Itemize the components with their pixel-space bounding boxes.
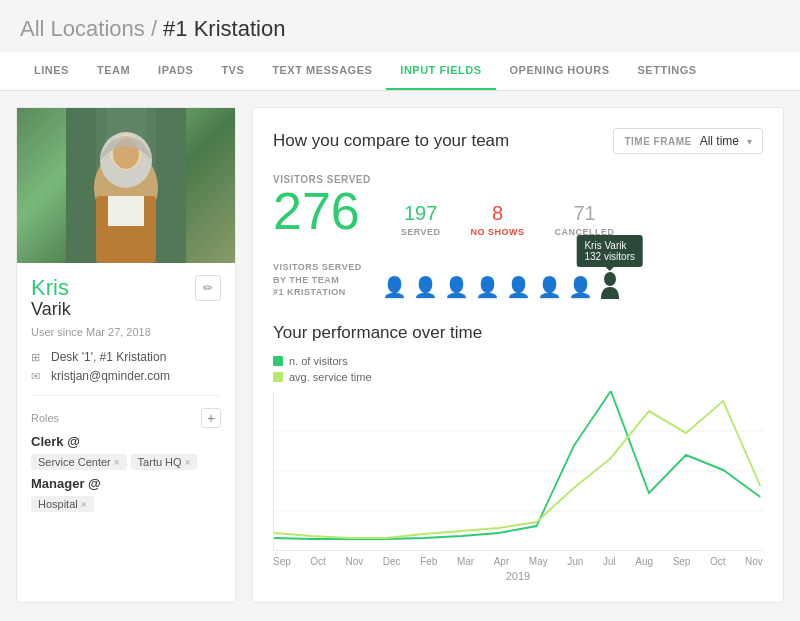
stat-cancelled: 71 CANCELLED: [555, 202, 615, 237]
timeframe-value: All time: [700, 134, 739, 148]
team-chart: 👤 👤 👤 👤 👤 👤 👤 Kris Varik 132 visitors: [382, 271, 621, 299]
role2-name: Manager @: [31, 476, 221, 491]
x-label-4: Feb: [420, 556, 437, 567]
profile-photo: [17, 108, 235, 263]
legend-visitors-label: n. of visitors: [289, 355, 348, 367]
page-header: All Locations / #1 Kristation: [0, 0, 800, 52]
tab-text-messages[interactable]: TEXT MESSAGES: [258, 52, 386, 90]
tag-service-center-remove[interactable]: ×: [114, 457, 120, 468]
compare-header: How you compare to your team TIME FRAME …: [273, 128, 763, 154]
breadcrumb-current: #1 Kristation: [163, 16, 285, 41]
tab-team[interactable]: TEAM: [83, 52, 144, 90]
stats-row: VISITORS SERVED 276 197 SERVED 8 NO SHOW…: [273, 174, 763, 237]
tag-tartu-hq-label: Tartu HQ: [138, 456, 182, 468]
tooltip-name: Kris Varik: [584, 240, 635, 251]
x-label-10: Aug: [635, 556, 653, 567]
email-info: kristjan@qminder.com: [51, 369, 170, 383]
cancelled-value: 71: [555, 202, 615, 225]
nav-tabs: LINES TEAM IPADS TVS TEXT MESSAGES INPUT…: [0, 52, 800, 91]
team-person-2: 👤: [413, 275, 438, 299]
team-chart-label: VISITORS SERVED BY THE TEAM #1 KRISTATIO…: [273, 261, 362, 299]
team-person-6: 👤: [537, 275, 562, 299]
x-label-11: Sep: [673, 556, 691, 567]
role1-tags: Service Center × Tartu HQ ×: [31, 454, 221, 470]
team-section: VISITORS SERVED BY THE TEAM #1 KRISTATIO…: [273, 261, 763, 299]
timeframe-control[interactable]: TIME FRAME All time ▾: [613, 128, 763, 154]
performance-section: Your performance over time n. of visitor…: [273, 323, 763, 582]
tag-hospital-remove[interactable]: ×: [81, 499, 87, 510]
x-label-0: Sep: [273, 556, 291, 567]
x-label-5: Mar: [457, 556, 474, 567]
x-label-7: May: [529, 556, 548, 567]
team-tooltip: Kris Varik 132 visitors: [576, 235, 643, 267]
x-label-1: Oct: [310, 556, 326, 567]
performance-title: Your performance over time: [273, 323, 763, 343]
tab-opening-hours[interactable]: OPENING HOURS: [496, 52, 624, 90]
tag-tartu-hq: Tartu HQ ×: [131, 454, 198, 470]
right-panel: How you compare to your team TIME FRAME …: [252, 107, 784, 603]
year-label: 2019: [273, 570, 763, 582]
served-value: 197: [401, 202, 441, 225]
left-panel: Kris Varik ✏ User since Mar 27, 2018 ⊞ D…: [16, 107, 236, 603]
tag-hospital-label: Hospital: [38, 498, 78, 510]
breadcrumb-sep: /: [151, 16, 163, 41]
compare-title: How you compare to your team: [273, 131, 509, 151]
breadcrumb-all[interactable]: All Locations: [20, 16, 145, 41]
tab-ipads[interactable]: IPADS: [144, 52, 207, 90]
profile-first-name: Kris: [31, 275, 71, 301]
profile-image-svg: [66, 108, 186, 263]
x-label-12: Oct: [710, 556, 726, 567]
edit-profile-button[interactable]: ✏: [195, 275, 221, 301]
x-label-6: Apr: [494, 556, 510, 567]
performance-chart: [273, 391, 763, 551]
x-label-3: Dec: [383, 556, 401, 567]
desk-icon: ⊞: [31, 351, 45, 364]
chevron-down-icon: ▾: [747, 136, 752, 147]
x-label-9: Jul: [603, 556, 616, 567]
team-person-7: 👤: [568, 275, 593, 299]
no-shows-label: NO SHOWS: [471, 227, 525, 237]
team-person-3: 👤: [444, 275, 469, 299]
team-person-4: 👤: [475, 275, 500, 299]
user-since: User since Mar 27, 2018: [31, 326, 221, 338]
legend-service-label: avg. service time: [289, 371, 372, 383]
tag-service-center: Service Center ×: [31, 454, 127, 470]
tooltip-visitors: 132 visitors: [584, 251, 635, 262]
stat-served: 197 SERVED: [401, 202, 441, 237]
profile-info: Kris Varik ✏ User since Mar 27, 2018 ⊞ D…: [17, 263, 235, 524]
profile-details: ⊞ Desk '1', #1 Kristation ✉ kristjan@qmi…: [31, 350, 221, 383]
stat-no-shows: 8 NO SHOWS: [471, 202, 525, 237]
chart-x-labels: Sep Oct Nov Dec Feb Mar Apr May Jun Jul …: [273, 556, 763, 567]
team-person-highlighted: Kris Varik 132 visitors: [599, 271, 621, 299]
tag-hospital: Hospital ×: [31, 496, 94, 512]
svg-rect-9: [108, 196, 144, 226]
chart-legend: n. of visitors avg. service time: [273, 355, 763, 383]
tag-service-center-label: Service Center: [38, 456, 111, 468]
legend-visitors-dot: [273, 356, 283, 366]
email-icon: ✉: [31, 370, 45, 383]
x-label-2: Nov: [345, 556, 363, 567]
line-chart-svg: [274, 391, 763, 551]
x-label-8: Jun: [567, 556, 583, 567]
tab-input-fields[interactable]: INPUT FIELDS: [386, 52, 495, 90]
tag-tartu-hq-remove[interactable]: ×: [185, 457, 191, 468]
visitors-served-value: 276: [273, 185, 371, 237]
role2-tags: Hospital ×: [31, 496, 221, 512]
timeframe-label: TIME FRAME: [624, 136, 691, 147]
tab-settings[interactable]: SETTINGS: [624, 52, 711, 90]
roles-section: Roles + Clerk @ Service Center × Tartu H…: [31, 408, 221, 512]
main-content: Kris Varik ✏ User since Mar 27, 2018 ⊞ D…: [0, 91, 800, 619]
add-role-button[interactable]: +: [201, 408, 221, 428]
x-label-13: Nov: [745, 556, 763, 567]
tab-tvs[interactable]: TVS: [207, 52, 258, 90]
team-person-1: 👤: [382, 275, 407, 299]
no-shows-value: 8: [471, 202, 525, 225]
legend-service-dot: [273, 372, 283, 382]
role1-name: Clerk @: [31, 434, 221, 449]
stat-main: VISITORS SERVED 276: [273, 174, 371, 237]
tab-lines[interactable]: LINES: [20, 52, 83, 90]
roles-label: Roles: [31, 412, 59, 424]
served-label: SERVED: [401, 227, 441, 237]
desk-info: Desk '1', #1 Kristation: [51, 350, 166, 364]
divider: [31, 395, 221, 396]
